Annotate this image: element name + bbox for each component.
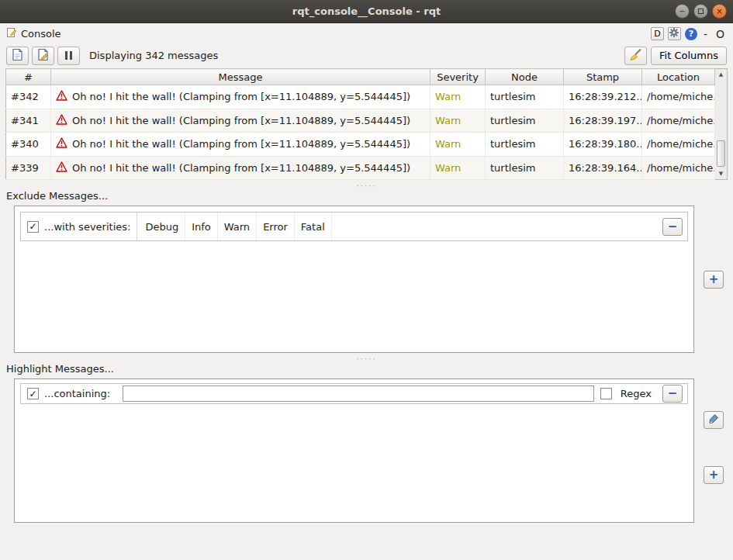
- scroll-down-icon[interactable]: ▼: [719, 168, 723, 179]
- regex-checkbox[interactable]: [600, 388, 612, 399]
- pause-button[interactable]: [57, 47, 80, 65]
- table-scrollbar[interactable]: ▲ ▼: [715, 68, 728, 180]
- highlight-section: ✓ ...containing: Regex − +: [0, 379, 733, 523]
- location-cell: /home/miche...: [642, 156, 715, 180]
- splitter-handle-top[interactable]: [0, 180, 733, 189]
- clear-button[interactable]: [624, 47, 647, 65]
- fit-columns-button[interactable]: Fit Columns: [651, 47, 727, 65]
- severity-option-fatal[interactable]: Fatal: [295, 213, 332, 240]
- location-cell: /home/miche...: [642, 133, 715, 157]
- exclude-section-label: Exclude Messages...: [6, 189, 733, 203]
- message-cell: Oh no! I hit the wall! (Clamping from [x…: [51, 156, 430, 180]
- table-header-row: # Message Severity Node Stamp Location: [6, 69, 715, 85]
- highlighter-icon: [707, 413, 720, 427]
- scroll-up-icon[interactable]: ▲: [719, 69, 723, 80]
- console-plugin-icon: [6, 27, 17, 40]
- severity-filter-row[interactable]: ✓ ...with severities: Debug Info Warn Er…: [20, 212, 688, 241]
- message-text: Oh no! I hit the wall! (Clamping from [x…: [72, 91, 410, 102]
- splitter-handle-bottom[interactable]: [0, 353, 733, 362]
- col-header-location[interactable]: Location: [642, 69, 715, 85]
- remove-exclude-filter-button[interactable]: −: [662, 218, 683, 236]
- message-cell: Oh no! I hit the wall! (Clamping from [x…: [51, 109, 430, 133]
- col-header-node[interactable]: Node: [486, 69, 564, 85]
- col-header-stamp[interactable]: Stamp: [564, 69, 642, 85]
- load-button[interactable]: [6, 47, 29, 65]
- plus-icon: +: [709, 274, 719, 285]
- save-document-icon: [36, 48, 50, 64]
- highlight-mode-button[interactable]: [704, 411, 724, 429]
- message-text: Oh no! I hit the wall! (Clamping from [x…: [72, 115, 410, 126]
- message-cell: Oh no! I hit the wall! (Clamping from [x…: [51, 133, 430, 157]
- severity-cell: Warn: [430, 156, 486, 180]
- load-document-icon: [11, 48, 24, 64]
- warning-icon: [56, 90, 67, 103]
- severity-filter-checkbox[interactable]: ✓: [27, 221, 39, 233]
- broom-icon: [628, 48, 643, 64]
- window-close-button[interactable]: ×: [712, 4, 727, 19]
- severity-cell: Warn: [430, 109, 486, 133]
- dock-controls: D ? - O: [651, 27, 727, 40]
- dock-minimize-button[interactable]: -: [701, 28, 710, 40]
- message-text: Oh no! I hit the wall! (Clamping from [x…: [72, 138, 410, 150]
- stamp-cell: 16:28:39.164...: [564, 156, 642, 180]
- col-header-num[interactable]: #: [6, 69, 51, 85]
- severity-filter-label: ...with severities:: [44, 221, 130, 233]
- node-cell: turtlesim: [486, 85, 564, 109]
- check-icon: ✓: [29, 222, 36, 231]
- warning-icon: [56, 161, 67, 175]
- splitter-dots: [357, 352, 377, 364]
- dock-title: Console: [21, 28, 61, 40]
- table-row[interactable]: #340 Oh no! I hit the wall! (Clamping fr…: [6, 133, 715, 157]
- window-maximize-button[interactable]: [693, 4, 708, 19]
- stamp-cell: 16:28:39.212...: [564, 85, 642, 109]
- severity-cell: Warn: [430, 133, 486, 157]
- toolbar: Displaying 342 messages Fit Columns: [0, 44, 733, 67]
- close-icon: ×: [716, 7, 722, 16]
- num-cell: #340: [6, 133, 51, 157]
- remove-highlight-filter-button[interactable]: −: [662, 385, 683, 403]
- add-exclude-filter-button[interactable]: +: [704, 271, 724, 289]
- location-cell: /home/miche...: [642, 109, 715, 133]
- severity-option-debug[interactable]: Debug: [139, 213, 185, 240]
- titlebar[interactable]: rqt_console__Console - rqt − ×: [0, 0, 733, 23]
- regex-label: Regex: [621, 388, 652, 399]
- num-cell: #341: [6, 109, 51, 133]
- message-text: Oh no! I hit the wall! (Clamping from [x…: [72, 162, 410, 174]
- num-cell: #339: [6, 156, 51, 180]
- toolbar-right: Fit Columns: [624, 47, 727, 65]
- containing-filter-checkbox[interactable]: ✓: [27, 388, 39, 399]
- table-row[interactable]: #339 Oh no! I hit the wall! (Clamping fr…: [6, 156, 715, 180]
- severity-option-warn[interactable]: Warn: [218, 213, 257, 240]
- plus-icon: +: [709, 469, 719, 481]
- message-count-status: Displaying 342 messages: [89, 50, 218, 61]
- severity-cell: Warn: [430, 85, 486, 109]
- table-row[interactable]: #342 Oh no! I hit the wall! (Clamping fr…: [6, 85, 715, 109]
- containing-filter-row[interactable]: ✓ ...containing: Regex −: [20, 383, 688, 404]
- warning-icon: [56, 114, 67, 127]
- location-cell: /home/miche...: [642, 85, 715, 109]
- exclude-filter-list: ✓ ...with severities: Debug Info Warn Er…: [14, 206, 694, 353]
- exclude-side-buttons: +: [694, 206, 733, 353]
- node-cell: turtlesim: [486, 133, 564, 157]
- scrollbar-track[interactable]: [715, 80, 727, 168]
- containing-input[interactable]: [123, 385, 594, 402]
- minus-icon: −: [668, 388, 678, 399]
- severity-option-info[interactable]: Info: [185, 213, 218, 240]
- col-header-message[interactable]: Message: [51, 69, 430, 85]
- dock-close-button[interactable]: O: [714, 28, 727, 40]
- severity-option-error[interactable]: Error: [257, 213, 295, 240]
- detach-button[interactable]: D: [651, 27, 664, 40]
- table-row[interactable]: #341 Oh no! I hit the wall! (Clamping fr…: [6, 109, 715, 133]
- save-button[interactable]: [32, 47, 54, 65]
- scrollbar-thumb[interactable]: [717, 140, 725, 167]
- exclude-section: ✓ ...with severities: Debug Info Warn Er…: [0, 206, 733, 353]
- window-minimize-button[interactable]: −: [675, 4, 690, 19]
- add-highlight-filter-button[interactable]: +: [704, 466, 724, 484]
- window-controls: − ×: [675, 4, 727, 19]
- col-header-severity[interactable]: Severity: [430, 69, 486, 85]
- message-table: # Message Severity Node Stamp Location #…: [5, 68, 728, 180]
- help-button[interactable]: ?: [685, 28, 697, 40]
- settings-button[interactable]: [668, 27, 681, 40]
- warning-icon: [56, 137, 67, 150]
- dock-header: Console D ? - O: [0, 23, 733, 44]
